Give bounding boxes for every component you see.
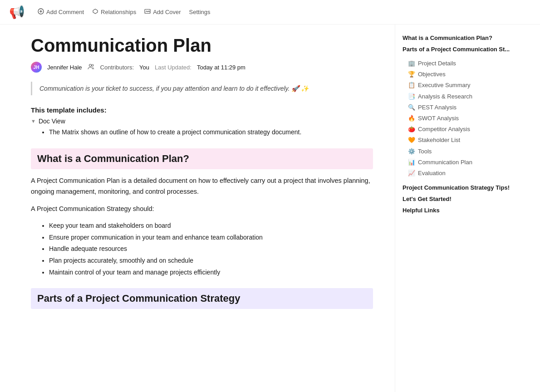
- toc-sub-pest-analysis-label: PEST Analysis: [418, 103, 457, 112]
- toc-sub-analysis-research[interactable]: 📑 Analysis & Research: [403, 91, 522, 102]
- toc-lets-get-started[interactable]: Let's Get Started!: [403, 195, 522, 203]
- toc-sub-analysis-research-label: Analysis & Research: [418, 93, 472, 101]
- toc-sub-tools-label: Tools: [418, 147, 432, 156]
- toc-helpful-links[interactable]: Helpful Links: [403, 206, 522, 215]
- add-comment-icon: [38, 8, 44, 16]
- communication-plan-icon: 📊: [408, 158, 415, 167]
- list-item: Keep your team and stakeholders on board: [49, 221, 373, 231]
- competitor-analysis-icon: 🍅: [408, 125, 415, 133]
- stakeholder-list-icon: 🧡: [408, 136, 415, 144]
- analysis-research-icon: 📑: [408, 93, 415, 101]
- doc-view-bullets: The Matrix shows an outline of how to cr…: [49, 127, 373, 137]
- toc-sidebar: What is a Communication Plan? Parts of a…: [395, 24, 531, 392]
- list-item: Plan projects accurately, smoothly and o…: [49, 256, 373, 266]
- add-comment-button[interactable]: Add Comment: [38, 8, 84, 16]
- author-avatar: JH: [31, 62, 42, 73]
- toc-sub-project-details[interactable]: 🏢 Project Details: [403, 58, 522, 69]
- toc-sub-swot-analysis-label: SWOT Analysis: [418, 114, 459, 122]
- app-logo: 📢: [9, 5, 25, 20]
- section1-bullet-list: Keep your team and stakeholders on board…: [49, 221, 373, 277]
- toc-sub-objectives-label: Objectives: [418, 70, 446, 78]
- toc-sub-executive-summary[interactable]: 📋 Executive Summary: [403, 80, 522, 91]
- project-details-icon: 🏢: [408, 59, 415, 68]
- toc-sub-items-group: 🏢 Project Details 🏆 Objectives 📋 Executi…: [403, 58, 522, 179]
- relationships-button[interactable]: Relationships: [92, 8, 136, 16]
- svg-point-4: [89, 64, 91, 66]
- toc-sub-stakeholder-list-label: Stakeholder List: [418, 136, 460, 144]
- contributors-label: Contributors:: [100, 64, 134, 71]
- settings-button[interactable]: Settings: [189, 9, 211, 15]
- settings-label: Settings: [189, 9, 211, 15]
- executive-summary-icon: 📋: [408, 81, 415, 89]
- relationships-label: Relationships: [101, 9, 136, 15]
- contributors-icon: [88, 64, 95, 71]
- toc-tips[interactable]: Project Communication Strategy Tips!: [403, 183, 522, 192]
- toc-sub-swot-analysis[interactable]: 🔥 SWOT Analysis: [403, 113, 522, 124]
- toc-sub-objectives[interactable]: 🏆 Objectives: [403, 69, 522, 80]
- toc-item-what-is[interactable]: What is a Communication Plan?: [403, 34, 522, 42]
- list-item: Maintain control of your team and manage…: [49, 268, 373, 278]
- doc-view-label: Doc View: [39, 118, 65, 125]
- toc-sub-communication-plan[interactable]: 📊 Communication Plan: [403, 157, 522, 168]
- list-item: Handle adequate resources: [49, 244, 373, 254]
- main-layout: Communication Plan JH Jennifer Hale Cont…: [0, 24, 540, 392]
- section2-heading: Parts of a Project Communication Strateg…: [31, 288, 373, 309]
- toc-sub-communication-plan-label: Communication Plan: [418, 158, 472, 167]
- toc-sub-evaluation-label: Evaluation: [418, 169, 446, 177]
- swot-analysis-icon: 🔥: [408, 114, 415, 122]
- relationships-icon: [92, 8, 98, 16]
- add-comment-label: Add Comment: [46, 9, 84, 15]
- section1-body2: A Project Communication Strategy should:: [31, 204, 373, 215]
- add-cover-button[interactable]: Add Cover: [144, 8, 181, 16]
- template-includes-heading: This template includes:: [31, 106, 373, 114]
- last-updated-label: Last Updated:: [155, 64, 191, 71]
- toc-sub-pest-analysis[interactable]: 🔍 PEST Analysis: [403, 102, 522, 113]
- toolbar: 📢 Add Comment Relationships: [0, 0, 540, 24]
- toc-sub-competitor-analysis[interactable]: 🍅 Competitor Analysis: [403, 124, 522, 135]
- section1-body1: A Project Communication Plan is a detail…: [31, 176, 373, 197]
- section1-heading-wrapper: What is a Communication Plan?: [31, 148, 373, 169]
- toc-sub-stakeholder-list[interactable]: 🧡 Stakeholder List: [403, 135, 522, 146]
- section2-heading-wrapper: Parts of a Project Communication Strateg…: [31, 288, 373, 309]
- list-item: Ensure proper communication in your team…: [49, 233, 373, 243]
- evaluation-icon: 📈: [408, 169, 415, 177]
- toc-item-parts[interactable]: Parts of a Project Communication St...: [403, 45, 522, 54]
- section1-heading: What is a Communication Plan?: [31, 148, 373, 169]
- toc-bottom-group: Project Communication Strategy Tips! Let…: [403, 183, 522, 215]
- toggle-arrow-icon: ▼: [31, 118, 36, 124]
- toolbar-actions: Add Comment Relationships Add Cover Sett…: [38, 8, 211, 16]
- add-cover-icon: [144, 8, 151, 16]
- svg-point-5: [92, 64, 93, 66]
- quote-text: Communication is your ticket to success,…: [39, 85, 309, 92]
- toc-sub-tools[interactable]: ⚙️ Tools: [403, 146, 522, 157]
- meta-row: JH Jennifer Hale Contributors: You Last …: [31, 62, 373, 73]
- doc-view-bullet-item: The Matrix shows an outline of how to cr…: [49, 127, 373, 137]
- contributors-value: You: [139, 64, 149, 71]
- last-updated-value: Today at 11:29 pm: [197, 64, 245, 71]
- template-section: This template includes: ▼ Doc View The M…: [31, 106, 373, 137]
- tools-icon: ⚙️: [408, 147, 415, 156]
- author-name: Jennifer Hale: [47, 64, 82, 71]
- add-cover-label: Add Cover: [153, 9, 181, 15]
- doc-view-toggle[interactable]: ▼ Doc View: [31, 118, 373, 125]
- toc-sub-evaluation[interactable]: 📈 Evaluation: [403, 168, 522, 179]
- toc-group-main: What is a Communication Plan? Parts of a…: [403, 34, 522, 54]
- page-title: Communication Plan: [31, 35, 373, 55]
- objectives-icon: 🏆: [408, 70, 415, 78]
- content-area: Communication Plan JH Jennifer Hale Cont…: [0, 24, 395, 392]
- quote-block: Communication is your ticket to success,…: [31, 82, 373, 95]
- toc-sub-executive-summary-label: Executive Summary: [418, 81, 471, 89]
- toc-sub-project-details-label: Project Details: [418, 59, 456, 68]
- toc-sub-competitor-analysis-label: Competitor Analysis: [418, 125, 470, 133]
- pest-analysis-icon: 🔍: [408, 103, 415, 112]
